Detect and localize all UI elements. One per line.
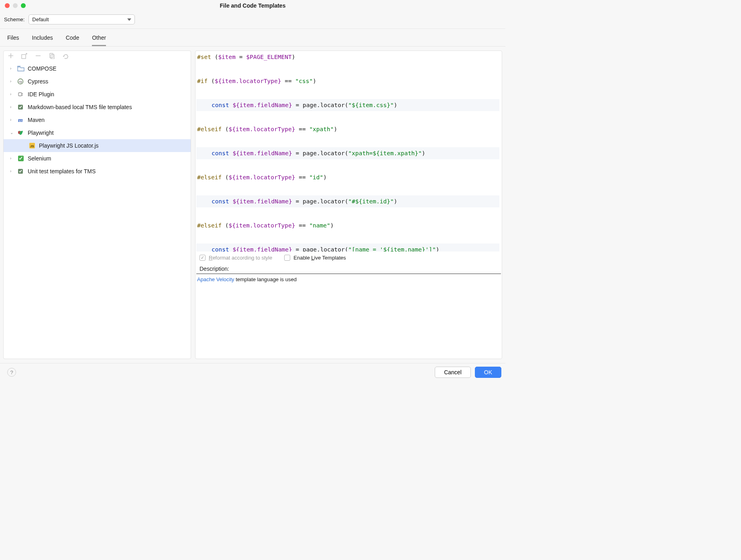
svg-rect-1: [50, 53, 53, 58]
chevron-right-icon[interactable]: ›: [10, 79, 15, 83]
options-row: ✓ Reformat according to style Enable Liv…: [195, 252, 502, 264]
check-icon: [17, 104, 24, 110]
apache-velocity-link[interactable]: Apache Velocity: [197, 276, 234, 282]
tree-item-unit-test-tms[interactable]: ›Unit test templates for TMS: [4, 165, 191, 178]
copy-icon[interactable]: [49, 53, 55, 59]
tab-bar: Files Includes Code Other: [0, 29, 505, 47]
plug-icon: [17, 91, 24, 97]
add-child-icon[interactable]: [21, 53, 28, 59]
chevron-down-icon[interactable]: ⌄: [10, 131, 15, 135]
scheme-label: Scheme:: [4, 16, 24, 22]
code-editor[interactable]: #set ($item = $PAGE_ELEMENT) #if (${item…: [195, 51, 502, 252]
svg-text:cy: cy: [19, 80, 22, 83]
chevron-right-icon[interactable]: ›: [10, 67, 15, 71]
svg-text:m: m: [18, 117, 23, 123]
tree-item-cypress[interactable]: ›cyCypress: [4, 75, 191, 88]
titlebar: File and Code Templates: [0, 0, 505, 11]
editor-pane: #set ($item = $PAGE_ELEMENT) #if (${item…: [195, 51, 502, 359]
checkbox-unchecked-icon: [284, 255, 290, 261]
tree-item-compose[interactable]: ›COMPOSE: [4, 62, 191, 75]
dialog-buttons: Cancel OK: [435, 367, 501, 378]
tree-item-label: Cypress: [28, 78, 48, 85]
checkbox-checked-icon: ✓: [200, 255, 206, 261]
m-icon: m: [17, 117, 24, 123]
revert-icon[interactable]: [62, 53, 69, 59]
check-icon: [17, 168, 24, 174]
chevron-down-icon: [127, 18, 131, 21]
remove-icon[interactable]: [35, 53, 41, 59]
svg-text:JS: JS: [30, 144, 34, 148]
tree-item-label: Maven: [28, 117, 45, 123]
tree-item-label: Unit test templates for TMS: [28, 168, 96, 174]
templates-tree[interactable]: ›COMPOSE›cyCypress›IDE Plugin›Markdown-b…: [4, 61, 191, 359]
tree-item-label: Playwright: [28, 130, 54, 136]
tab-code[interactable]: Code: [66, 34, 79, 46]
tree-item-playwright[interactable]: ⌄Playwright: [4, 126, 191, 139]
ok-button[interactable]: OK: [475, 367, 501, 378]
templates-tree-pane: ›COMPOSE›cyCypress›IDE Plugin›Markdown-b…: [3, 51, 191, 359]
live-templates-checkbox[interactable]: Enable Live Templates: [284, 255, 346, 261]
dialog-footer: ? Cancel OK: [0, 363, 505, 382]
tree-item-label: Markdown-based local TMS file templates: [28, 104, 132, 110]
main-area: ›COMPOSE›cyCypress›IDE Plugin›Markdown-b…: [0, 47, 505, 363]
description-label: Description:: [195, 264, 502, 272]
chevron-right-icon[interactable]: ›: [10, 156, 15, 160]
help-button[interactable]: ?: [7, 368, 16, 377]
description-text: template language is used: [234, 276, 297, 282]
reformat-checkbox: ✓ Reformat according to style: [200, 255, 272, 261]
tree-item-markdown-tms[interactable]: ›Markdown-based local TMS file templates: [4, 101, 191, 114]
add-icon[interactable]: [8, 53, 14, 59]
folder-icon: [17, 65, 24, 72]
tree-item-ide-plugin[interactable]: ›IDE Plugin: [4, 88, 191, 101]
chevron-right-icon[interactable]: ›: [10, 105, 15, 109]
tab-files[interactable]: Files: [7, 34, 19, 46]
scheme-row: Scheme: Default: [0, 11, 505, 29]
tab-other[interactable]: Other: [92, 34, 106, 46]
tree-toolbar: [4, 51, 191, 61]
description-area: Apache Velocity template language is use…: [196, 274, 501, 358]
tab-includes[interactable]: Includes: [32, 34, 53, 46]
svg-rect-2: [51, 55, 54, 59]
tree-item-label: COMPOSE: [28, 65, 57, 72]
chevron-right-icon[interactable]: ›: [10, 169, 15, 173]
scheme-select[interactable]: Default: [28, 14, 135, 24]
window-title: File and Code Templates: [0, 2, 505, 9]
tree-item-pw-js-locator[interactable]: JSPlaywright JS Locator.js: [4, 139, 191, 152]
js-icon: JS: [28, 142, 36, 149]
cy-icon: cy: [17, 78, 24, 85]
tree-item-label: IDE Plugin: [28, 91, 54, 97]
tree-item-maven[interactable]: ›mMaven: [4, 114, 191, 126]
chevron-right-icon[interactable]: ›: [10, 92, 15, 96]
se-icon: [17, 155, 24, 162]
cancel-button[interactable]: Cancel: [435, 367, 471, 378]
tree-item-selenium[interactable]: ›Selenium: [4, 152, 191, 165]
tree-item-label: Playwright JS Locator.js: [39, 142, 99, 149]
svg-rect-5: [18, 93, 22, 96]
pw-icon: [17, 130, 24, 136]
tree-item-label: Selenium: [28, 155, 51, 162]
chevron-right-icon[interactable]: ›: [10, 118, 15, 122]
svg-rect-0: [22, 55, 26, 59]
scheme-value: Default: [32, 16, 49, 22]
